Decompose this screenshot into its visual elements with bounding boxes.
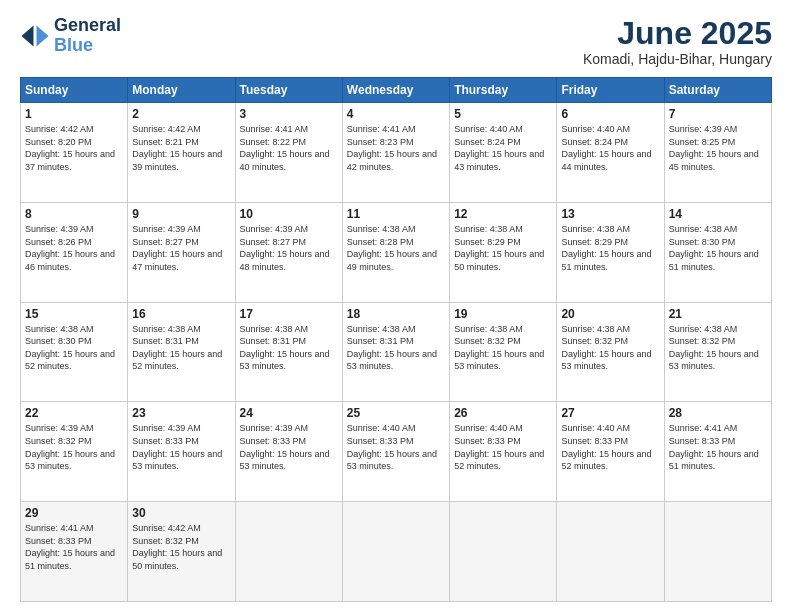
- table-row: 9Sunrise: 4:39 AMSunset: 8:27 PMDaylight…: [128, 202, 235, 302]
- day-info: Sunrise: 4:39 AMSunset: 8:27 PMDaylight:…: [240, 223, 338, 273]
- calendar-week-row: 15Sunrise: 4:38 AMSunset: 8:30 PMDayligh…: [21, 302, 772, 402]
- day-number: 12: [454, 207, 552, 221]
- day-number: 3: [240, 107, 338, 121]
- day-info: Sunrise: 4:41 AMSunset: 8:22 PMDaylight:…: [240, 123, 338, 173]
- day-number: 30: [132, 506, 230, 520]
- main-title: June 2025: [583, 16, 772, 51]
- table-row: 24Sunrise: 4:39 AMSunset: 8:33 PMDayligh…: [235, 402, 342, 502]
- table-row: 11Sunrise: 4:38 AMSunset: 8:28 PMDayligh…: [342, 202, 449, 302]
- day-info: Sunrise: 4:38 AMSunset: 8:29 PMDaylight:…: [454, 223, 552, 273]
- day-info: Sunrise: 4:38 AMSunset: 8:30 PMDaylight:…: [669, 223, 767, 273]
- day-info: Sunrise: 4:39 AMSunset: 8:32 PMDaylight:…: [25, 422, 123, 472]
- day-number: 29: [25, 506, 123, 520]
- day-info: Sunrise: 4:38 AMSunset: 8:32 PMDaylight:…: [454, 323, 552, 373]
- day-number: 1: [25, 107, 123, 121]
- day-info: Sunrise: 4:38 AMSunset: 8:31 PMDaylight:…: [347, 323, 445, 373]
- day-info: Sunrise: 4:38 AMSunset: 8:30 PMDaylight:…: [25, 323, 123, 373]
- day-number: 9: [132, 207, 230, 221]
- day-number: 16: [132, 307, 230, 321]
- table-row: 20Sunrise: 4:38 AMSunset: 8:32 PMDayligh…: [557, 302, 664, 402]
- col-tuesday: Tuesday: [235, 78, 342, 103]
- table-row: 18Sunrise: 4:38 AMSunset: 8:31 PMDayligh…: [342, 302, 449, 402]
- calendar-week-row: 29Sunrise: 4:41 AMSunset: 8:33 PMDayligh…: [21, 502, 772, 602]
- day-info: Sunrise: 4:39 AMSunset: 8:25 PMDaylight:…: [669, 123, 767, 173]
- day-info: Sunrise: 4:38 AMSunset: 8:29 PMDaylight:…: [561, 223, 659, 273]
- table-row: 6Sunrise: 4:40 AMSunset: 8:24 PMDaylight…: [557, 103, 664, 203]
- day-number: 22: [25, 406, 123, 420]
- day-number: 23: [132, 406, 230, 420]
- day-number: 2: [132, 107, 230, 121]
- table-row: 16Sunrise: 4:38 AMSunset: 8:31 PMDayligh…: [128, 302, 235, 402]
- table-row: 30Sunrise: 4:42 AMSunset: 8:32 PMDayligh…: [128, 502, 235, 602]
- table-row: 1Sunrise: 4:42 AMSunset: 8:20 PMDaylight…: [21, 103, 128, 203]
- table-row: [450, 502, 557, 602]
- day-number: 4: [347, 107, 445, 121]
- table-row: 26Sunrise: 4:40 AMSunset: 8:33 PMDayligh…: [450, 402, 557, 502]
- day-number: 5: [454, 107, 552, 121]
- day-number: 10: [240, 207, 338, 221]
- day-number: 28: [669, 406, 767, 420]
- day-info: Sunrise: 4:40 AMSunset: 8:33 PMDaylight:…: [561, 422, 659, 472]
- day-number: 13: [561, 207, 659, 221]
- table-row: 29Sunrise: 4:41 AMSunset: 8:33 PMDayligh…: [21, 502, 128, 602]
- col-sunday: Sunday: [21, 78, 128, 103]
- day-info: Sunrise: 4:41 AMSunset: 8:23 PMDaylight:…: [347, 123, 445, 173]
- page: General Blue June 2025 Komadi, Hajdu-Bih…: [0, 0, 792, 612]
- table-row: [557, 502, 664, 602]
- day-info: Sunrise: 4:42 AMSunset: 8:32 PMDaylight:…: [132, 522, 230, 572]
- table-row: 12Sunrise: 4:38 AMSunset: 8:29 PMDayligh…: [450, 202, 557, 302]
- calendar-header-row: Sunday Monday Tuesday Wednesday Thursday…: [21, 78, 772, 103]
- table-row: 10Sunrise: 4:39 AMSunset: 8:27 PMDayligh…: [235, 202, 342, 302]
- day-number: 15: [25, 307, 123, 321]
- day-info: Sunrise: 4:40 AMSunset: 8:33 PMDaylight:…: [454, 422, 552, 472]
- calendar-week-row: 22Sunrise: 4:39 AMSunset: 8:32 PMDayligh…: [21, 402, 772, 502]
- day-number: 25: [347, 406, 445, 420]
- day-info: Sunrise: 4:38 AMSunset: 8:31 PMDaylight:…: [132, 323, 230, 373]
- day-number: 24: [240, 406, 338, 420]
- day-number: 21: [669, 307, 767, 321]
- day-info: Sunrise: 4:40 AMSunset: 8:24 PMDaylight:…: [561, 123, 659, 173]
- day-number: 8: [25, 207, 123, 221]
- day-info: Sunrise: 4:40 AMSunset: 8:24 PMDaylight:…: [454, 123, 552, 173]
- day-number: 18: [347, 307, 445, 321]
- col-monday: Monday: [128, 78, 235, 103]
- day-number: 6: [561, 107, 659, 121]
- table-row: [342, 502, 449, 602]
- day-info: Sunrise: 4:42 AMSunset: 8:21 PMDaylight:…: [132, 123, 230, 173]
- table-row: 13Sunrise: 4:38 AMSunset: 8:29 PMDayligh…: [557, 202, 664, 302]
- day-number: 14: [669, 207, 767, 221]
- table-row: 28Sunrise: 4:41 AMSunset: 8:33 PMDayligh…: [664, 402, 771, 502]
- table-row: [664, 502, 771, 602]
- logo: General Blue: [20, 16, 121, 56]
- day-info: Sunrise: 4:40 AMSunset: 8:33 PMDaylight:…: [347, 422, 445, 472]
- table-row: 5Sunrise: 4:40 AMSunset: 8:24 PMDaylight…: [450, 103, 557, 203]
- day-info: Sunrise: 4:39 AMSunset: 8:33 PMDaylight:…: [132, 422, 230, 472]
- table-row: 15Sunrise: 4:38 AMSunset: 8:30 PMDayligh…: [21, 302, 128, 402]
- day-info: Sunrise: 4:41 AMSunset: 8:33 PMDaylight:…: [25, 522, 123, 572]
- day-info: Sunrise: 4:38 AMSunset: 8:31 PMDaylight:…: [240, 323, 338, 373]
- logo-text: General Blue: [54, 16, 121, 56]
- subtitle: Komadi, Hajdu-Bihar, Hungary: [583, 51, 772, 67]
- col-friday: Friday: [557, 78, 664, 103]
- table-row: 7Sunrise: 4:39 AMSunset: 8:25 PMDaylight…: [664, 103, 771, 203]
- day-number: 17: [240, 307, 338, 321]
- day-number: 26: [454, 406, 552, 420]
- day-info: Sunrise: 4:41 AMSunset: 8:33 PMDaylight:…: [669, 422, 767, 472]
- day-info: Sunrise: 4:38 AMSunset: 8:28 PMDaylight:…: [347, 223, 445, 273]
- table-row: 2Sunrise: 4:42 AMSunset: 8:21 PMDaylight…: [128, 103, 235, 203]
- title-block: June 2025 Komadi, Hajdu-Bihar, Hungary: [583, 16, 772, 67]
- col-thursday: Thursday: [450, 78, 557, 103]
- day-number: 27: [561, 406, 659, 420]
- table-row: 27Sunrise: 4:40 AMSunset: 8:33 PMDayligh…: [557, 402, 664, 502]
- day-number: 7: [669, 107, 767, 121]
- col-wednesday: Wednesday: [342, 78, 449, 103]
- calendar-week-row: 1Sunrise: 4:42 AMSunset: 8:20 PMDaylight…: [21, 103, 772, 203]
- calendar-table: Sunday Monday Tuesday Wednesday Thursday…: [20, 77, 772, 602]
- svg-marker-1: [22, 25, 34, 46]
- table-row: 4Sunrise: 4:41 AMSunset: 8:23 PMDaylight…: [342, 103, 449, 203]
- table-row: 23Sunrise: 4:39 AMSunset: 8:33 PMDayligh…: [128, 402, 235, 502]
- day-number: 11: [347, 207, 445, 221]
- day-info: Sunrise: 4:38 AMSunset: 8:32 PMDaylight:…: [669, 323, 767, 373]
- table-row: 19Sunrise: 4:38 AMSunset: 8:32 PMDayligh…: [450, 302, 557, 402]
- table-row: 25Sunrise: 4:40 AMSunset: 8:33 PMDayligh…: [342, 402, 449, 502]
